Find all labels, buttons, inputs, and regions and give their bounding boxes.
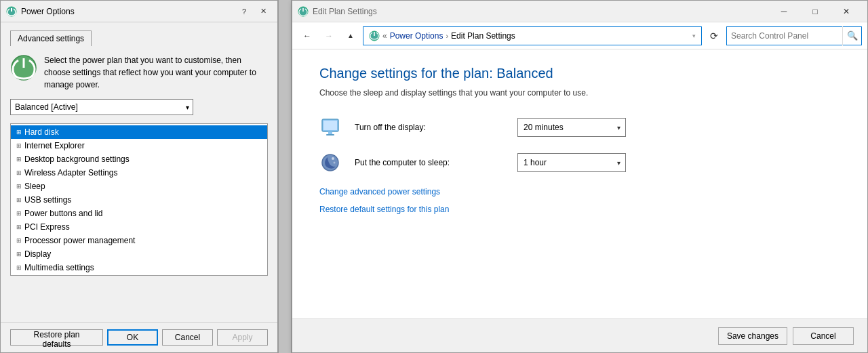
breadcrumb-edit-plan: Edit Plan Settings xyxy=(451,31,515,41)
change-advanced-link[interactable]: Change advanced power settings xyxy=(319,187,840,196)
svg-rect-7 xyxy=(326,134,334,136)
tree-item-desktop[interactable]: ⊞ Desktop background settings xyxy=(11,152,267,166)
window-close-button[interactable]: ✕ xyxy=(831,1,862,22)
display-select[interactable]: 1 minute 2 minutes 5 minutes 10 minutes … xyxy=(517,118,626,137)
power-icon xyxy=(10,54,37,81)
breadcrumb-prefix: « xyxy=(382,31,387,41)
splitter xyxy=(278,0,292,353)
tree-item-ie[interactable]: ⊞ Internet Explorer xyxy=(11,139,267,152)
tree-item-pci[interactable]: ⊞ PCI Express xyxy=(11,220,267,234)
search-input[interactable] xyxy=(727,31,842,41)
breadcrumb-separator: › xyxy=(446,32,448,40)
dialog-content: Advanced settings Select the power plan … xyxy=(1,22,277,284)
search-icon[interactable]: 🔍 xyxy=(842,26,861,45)
description-text: Select the power plan that you want to c… xyxy=(44,54,268,91)
edit-plan-window: Edit Plan Settings ─ □ ✕ ← → ▲ « Power O… xyxy=(292,0,868,353)
window-footer: Save changes Cancel xyxy=(292,318,867,352)
dialog-footer: Restore plan defaults OK Cancel Apply xyxy=(1,322,277,352)
apply-button[interactable]: Apply xyxy=(217,329,268,346)
svg-point-9 xyxy=(332,157,334,160)
ok-button[interactable]: OK xyxy=(107,329,158,346)
advanced-settings-tab[interactable]: Advanced settings xyxy=(10,30,92,46)
restore-defaults-link[interactable]: Restore default settings for this plan xyxy=(319,205,840,214)
expand-icon: ⊞ xyxy=(14,167,24,178)
svg-point-10 xyxy=(334,162,336,164)
tree-item-wireless[interactable]: ⊞ Wireless Adapter Settings xyxy=(11,166,267,180)
restore-plan-defaults-button[interactable]: Restore plan defaults xyxy=(10,329,103,346)
expand-icon: ⊞ xyxy=(14,222,24,232)
sleep-setting-row: Put the computer to sleep: 1 minute 5 mi… xyxy=(319,152,840,173)
page-title: Change settings for the plan: Balanced xyxy=(319,66,840,81)
tree-item-multimedia[interactable]: ⊞ Multimedia settings xyxy=(11,261,267,274)
page-subtitle: Choose the sleep and display settings th… xyxy=(319,88,840,98)
address-bar-path[interactable]: « Power Options › Edit Plan Settings ▾ xyxy=(363,26,702,45)
power-options-titlebar-icon xyxy=(6,6,17,17)
tree-item-display[interactable]: ⊞ Display xyxy=(11,247,267,261)
window-title: Edit Plan Settings xyxy=(313,7,768,16)
settings-tree[interactable]: ⊞ Hard disk ⊞ Internet Explorer ⊞ Deskto… xyxy=(10,123,268,276)
main-content: Change settings for the plan: Balanced C… xyxy=(292,49,867,238)
monitor-icon xyxy=(319,117,341,138)
power-options-title: Power Options xyxy=(21,7,235,16)
cancel-button[interactable]: Cancel xyxy=(162,329,213,346)
address-bar: ← → ▲ « Power Options › Edit Plan Settin… xyxy=(292,22,867,49)
expand-icon: ⊞ xyxy=(14,194,24,205)
power-options-dialog: Power Options ? ✕ Advanced settings Sele… xyxy=(0,0,278,353)
expand-icon: ⊞ xyxy=(14,154,24,165)
address-bar-icon xyxy=(369,30,380,41)
svg-rect-6 xyxy=(328,131,332,134)
expand-icon: ⊞ xyxy=(14,262,24,273)
sleep-select-wrapper: 1 minute 5 minutes 10 minutes 15 minutes… xyxy=(517,153,626,172)
tree-item-harddisk[interactable]: ⊞ Hard disk xyxy=(11,125,267,139)
expand-icon: ⊞ xyxy=(14,181,24,192)
expand-icon: ⊞ xyxy=(14,127,24,138)
tree-item-powerbtn[interactable]: ⊞ Power buttons and lid xyxy=(11,207,267,220)
help-button[interactable]: ? xyxy=(235,5,253,18)
breadcrumb-power-options[interactable]: Power Options xyxy=(390,31,443,41)
refresh-button[interactable]: ⟳ xyxy=(705,26,724,45)
plan-dropdown[interactable]: Balanced [Active] Power saver High perfo… xyxy=(10,99,193,115)
plan-dropdown-wrapper: Balanced [Active] Power saver High perfo… xyxy=(10,99,193,115)
save-changes-button[interactable]: Save changes xyxy=(718,327,787,345)
sleep-setting-label: Put the computer to sleep: xyxy=(355,158,504,167)
search-box: 🔍 xyxy=(726,26,862,45)
tree-item-processor[interactable]: ⊞ Processor power management xyxy=(11,234,267,247)
up-button[interactable]: ▲ xyxy=(341,26,360,45)
minimize-button[interactable]: ─ xyxy=(768,1,800,22)
tree-item-usb[interactable]: ⊞ USB settings xyxy=(11,193,267,207)
sleep-icon xyxy=(319,152,341,173)
sleep-select[interactable]: 1 minute 5 minutes 10 minutes 15 minutes… xyxy=(517,153,626,172)
expand-icon: ⊞ xyxy=(14,249,24,259)
titlebar-controls: ? ✕ xyxy=(235,5,272,18)
close-button[interactable]: ✕ xyxy=(254,5,272,18)
dialog-description: Select the power plan that you want to c… xyxy=(10,54,268,91)
window-titlebar-icon xyxy=(298,6,309,17)
expand-icon: ⊞ xyxy=(14,235,24,246)
window-cancel-button[interactable]: Cancel xyxy=(793,327,854,345)
expand-icon: ⊞ xyxy=(14,140,24,151)
forward-button[interactable]: → xyxy=(319,26,338,45)
maximize-button[interactable]: □ xyxy=(800,1,831,22)
tree-item-sleep[interactable]: ⊞ Sleep xyxy=(11,180,267,193)
links-section: Change advanced power settings Restore d… xyxy=(319,187,840,214)
display-select-wrapper: 1 minute 2 minutes 5 minutes 10 minutes … xyxy=(517,118,626,137)
display-setting-row: Turn off the display: 1 minute 2 minutes… xyxy=(319,117,840,138)
dialog-titlebar: Power Options ? ✕ xyxy=(1,1,277,22)
back-button[interactable]: ← xyxy=(298,26,317,45)
display-setting-label: Turn off the display: xyxy=(355,123,504,132)
plan-dropdown-container: Balanced [Active] Power saver High perfo… xyxy=(10,99,268,115)
window-controls: ─ □ ✕ xyxy=(768,1,862,22)
window-titlebar: Edit Plan Settings ─ □ ✕ xyxy=(292,1,867,22)
expand-icon: ⊞ xyxy=(14,208,24,219)
svg-rect-5 xyxy=(323,121,337,130)
